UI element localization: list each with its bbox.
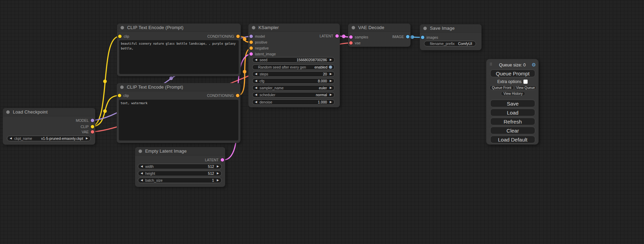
- node-empty-latent-image[interactable]: Empty Latent Image LATENT ◀ width 512 ▶ …: [135, 147, 225, 187]
- sampler-name-widget[interactable]: ◀ sampler_name euler ▶: [252, 85, 335, 91]
- node-ksampler[interactable]: KSampler model positive negative latent_…: [248, 24, 340, 107]
- increment-arrow-icon[interactable]: ▶: [217, 179, 219, 182]
- node-title-bar[interactable]: Empty Latent Image: [135, 147, 225, 155]
- port-label: CONDITIONING: [207, 93, 234, 98]
- random-seed-toggle-widget[interactable]: Random seed after every gen enabled: [252, 64, 335, 70]
- node-title-bar[interactable]: Save Image: [420, 24, 482, 33]
- view-history-button[interactable]: View History: [501, 91, 525, 96]
- filename-prefix-widget[interactable]: filename_prefix ComfyUI: [424, 41, 476, 46]
- increment-arrow-icon[interactable]: ▶: [330, 73, 332, 75]
- queue-prompt-button[interactable]: Queue Prompt: [490, 70, 535, 77]
- link-center-dot[interactable]: [342, 35, 345, 38]
- refresh-button[interactable]: Refresh: [490, 118, 535, 125]
- link-center-dot[interactable]: [243, 37, 246, 41]
- steps-widget[interactable]: ◀ steps 20 ▶: [252, 71, 335, 77]
- clip-input-port[interactable]: [118, 35, 122, 38]
- link-center-dot[interactable]: [411, 35, 414, 39]
- node-title: Load Checkpoint: [13, 109, 48, 115]
- node-title-bar[interactable]: KSampler: [248, 24, 340, 32]
- batch-size-widget[interactable]: ◀ batch_size 1 ▶: [138, 178, 222, 183]
- positive-prompt-textarea[interactable]: beautiful scenery nature glass bottle la…: [119, 40, 239, 74]
- comfy-menu-panel[interactable]: ⠿ Queue size: 0 ⚙ Queue Prompt Extra opt…: [486, 59, 539, 145]
- decrement-arrow-icon[interactable]: ◀: [255, 87, 257, 89]
- node-title-bar[interactable]: VAE Decode: [348, 24, 411, 32]
- increment-arrow-icon[interactable]: ▶: [330, 87, 332, 89]
- view-queue-button[interactable]: View Queue: [515, 85, 536, 90]
- scheduler-widget[interactable]: ◀ scheduler normal ▶: [252, 92, 335, 98]
- decrement-arrow-icon[interactable]: ◀: [255, 80, 257, 82]
- negative-input-port[interactable]: [249, 46, 253, 50]
- node-title: Save Image: [430, 26, 455, 31]
- height-widget[interactable]: ◀ height 512 ▶: [138, 171, 222, 176]
- decrement-arrow-icon[interactable]: ◀: [255, 101, 257, 103]
- denoise-widget[interactable]: ◀ denoise 1.000 ▶: [252, 99, 335, 105]
- port-label: images: [426, 35, 438, 39]
- collapse-dot-icon[interactable]: [352, 26, 355, 29]
- load-default-button[interactable]: Load Default: [490, 136, 535, 143]
- vae-input-port[interactable]: [349, 41, 353, 45]
- clip-output-port[interactable]: [91, 125, 94, 128]
- node-vae-decode[interactable]: VAE Decode samples vae IMAGE: [348, 24, 411, 47]
- node-title-bar[interactable]: Load Checkpoint: [3, 108, 95, 116]
- node-clip-text-encode-negative[interactable]: CLIP Text Encode (Prompt) clip CONDITION…: [117, 83, 240, 143]
- link-center-dot[interactable]: [103, 109, 107, 113]
- node-load-checkpoint[interactable]: Load Checkpoint MODEL CLIP VAE ◀ ckpt_na…: [3, 108, 95, 145]
- conditioning-output-port[interactable]: [236, 94, 239, 97]
- node-clip-text-encode-positive[interactable]: CLIP Text Encode (Prompt) clip CONDITION…: [117, 24, 241, 76]
- collapse-dot-icon[interactable]: [252, 26, 255, 29]
- port-label: clip: [123, 93, 129, 98]
- collapse-dot-icon[interactable]: [120, 85, 124, 89]
- samples-input-port[interactable]: [349, 35, 353, 39]
- clear-button[interactable]: Clear: [490, 127, 535, 134]
- cfg-widget[interactable]: ◀ cfg 8.000 ▶: [252, 78, 335, 84]
- node-title-bar[interactable]: CLIP Text Encode (Prompt): [117, 24, 241, 32]
- queue-size-label: Queue size: 0: [486, 63, 538, 67]
- decrement-arrow-icon[interactable]: ◀: [10, 137, 12, 140]
- save-button[interactable]: Save: [490, 100, 535, 107]
- model-output-port[interactable]: [91, 119, 94, 122]
- decrement-arrow-icon[interactable]: ◀: [141, 179, 143, 182]
- model-input-port[interactable]: [249, 35, 253, 38]
- load-button[interactable]: Load: [490, 109, 535, 116]
- toggle-dot-icon[interactable]: [329, 65, 332, 69]
- seed-widget[interactable]: ◀ seed 156680208700286 ▶: [252, 57, 335, 63]
- image-output-port[interactable]: [406, 35, 409, 38]
- graph-canvas[interactable]: Load Checkpoint MODEL CLIP VAE ◀ ckpt_na…: [0, 0, 644, 244]
- decrement-arrow-icon[interactable]: ◀: [255, 58, 257, 61]
- collapse-dot-icon[interactable]: [121, 26, 124, 29]
- negative-prompt-textarea[interactable]: text, watermark: [119, 100, 238, 141]
- link-center-dot[interactable]: [243, 70, 246, 73]
- width-widget[interactable]: ◀ width 512 ▶: [138, 164, 222, 169]
- latent-image-input-port[interactable]: [249, 52, 253, 56]
- drag-handle-icon[interactable]: ⠿: [489, 62, 492, 67]
- latent-output-port[interactable]: [221, 158, 224, 162]
- node-save-image[interactable]: Save Image images filename_prefix ComfyU…: [420, 24, 482, 50]
- increment-arrow-icon[interactable]: ▶: [217, 172, 219, 175]
- collapse-dot-icon[interactable]: [6, 110, 10, 114]
- settings-gear-icon[interactable]: ⚙: [531, 62, 536, 67]
- increment-arrow-icon[interactable]: ▶: [330, 101, 332, 103]
- queue-front-button[interactable]: Queue Front: [489, 85, 514, 90]
- increment-arrow-icon[interactable]: ▶: [86, 137, 88, 140]
- conditioning-output-port[interactable]: [236, 35, 240, 38]
- latent-output-port[interactable]: [335, 34, 339, 38]
- link-center-dot[interactable]: [169, 76, 173, 80]
- increment-arrow-icon[interactable]: ▶: [330, 58, 332, 61]
- decrement-arrow-icon[interactable]: ◀: [141, 165, 143, 168]
- collapse-dot-icon[interactable]: [139, 150, 142, 153]
- positive-input-port[interactable]: [249, 40, 253, 44]
- ckpt-name-widget[interactable]: ◀ ckpt_name v1-5-pruned-emaonly.ckpt ▶: [7, 136, 91, 141]
- increment-arrow-icon[interactable]: ▶: [330, 80, 332, 82]
- extra-options-checkbox[interactable]: [523, 80, 528, 84]
- clip-input-port[interactable]: [118, 94, 121, 97]
- increment-arrow-icon[interactable]: ▶: [330, 93, 332, 96]
- decrement-arrow-icon[interactable]: ◀: [255, 73, 257, 75]
- increment-arrow-icon[interactable]: ▶: [217, 165, 219, 168]
- node-title-bar[interactable]: CLIP Text Encode (Prompt): [117, 83, 240, 91]
- images-input-port[interactable]: [421, 36, 424, 39]
- collapse-dot-icon[interactable]: [423, 27, 427, 30]
- link-center-dot[interactable]: [103, 80, 107, 83]
- decrement-arrow-icon[interactable]: ◀: [141, 172, 143, 175]
- decrement-arrow-icon[interactable]: ◀: [255, 93, 257, 96]
- vae-output-port[interactable]: [91, 130, 94, 134]
